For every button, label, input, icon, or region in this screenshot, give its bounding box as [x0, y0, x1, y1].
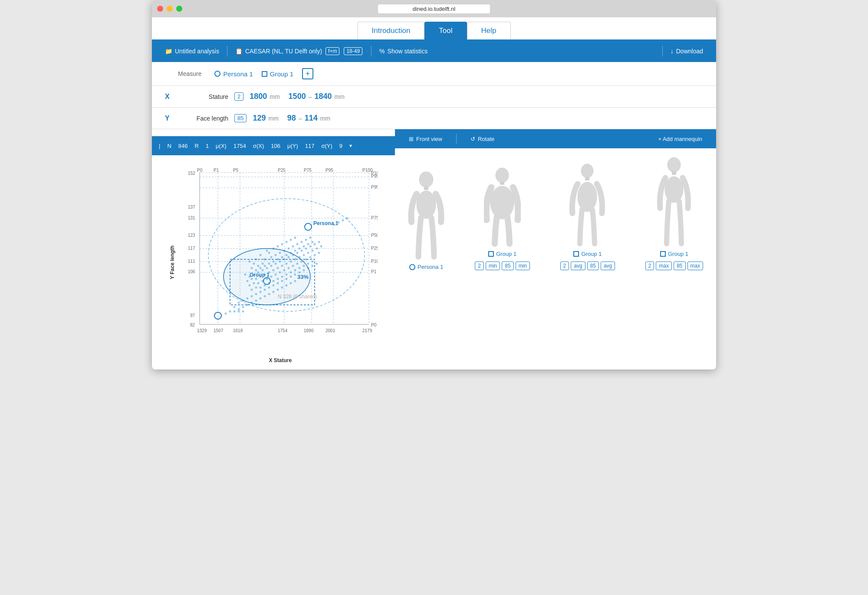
show-statistics-item[interactable]: % Show statistics — [373, 40, 434, 62]
download-item[interactable]: ↓ Download — [664, 40, 709, 62]
group1-square-icon — [262, 71, 267, 77]
stats-label: Show statistics — [388, 48, 428, 55]
group1-avg-fig-square-icon — [573, 251, 579, 257]
badge-max-label: max — [656, 262, 672, 270]
group1-selector[interactable]: Group 1 — [262, 70, 293, 78]
svg-text:P95: P95 — [371, 185, 378, 190]
view-sep-1 — [456, 134, 457, 144]
n-label: N — [167, 143, 171, 149]
badge-85-avg[interactable]: 85 — [587, 262, 599, 270]
stature-percentile-badge[interactable]: 2 — [234, 92, 243, 101]
svg-point-91 — [312, 250, 314, 252]
face-length-percentile-badge[interactable]: 85 — [234, 114, 247, 122]
svg-point-73 — [309, 245, 312, 248]
persona1-selector[interactable]: Persona 1 — [214, 70, 253, 78]
badge-min-label: min — [486, 262, 500, 270]
svg-point-42 — [309, 237, 312, 239]
gender-badge[interactable]: f+m — [326, 47, 339, 55]
badge-avg-label: avg — [571, 262, 585, 270]
add-measure-button[interactable]: + — [302, 68, 313, 79]
svg-point-72 — [305, 248, 307, 250]
svg-point-93 — [320, 245, 322, 248]
svg-point-214 — [496, 168, 509, 183]
front-view-button[interactable]: ⊞ Front view — [402, 136, 449, 142]
data-row-x: X Stature 2 1800 mm 1500 – 1840 mm — [152, 86, 716, 108]
mu-x-label: μ(X) — [216, 143, 227, 149]
close-button[interactable] — [157, 6, 163, 12]
figure-group1-avg: Group 1 2 avg 85 avg — [560, 157, 615, 270]
svg-point-147 — [242, 306, 244, 308]
svg-text:P95: P95 — [326, 168, 333, 173]
svg-point-167 — [342, 219, 344, 222]
badge-2-min[interactable]: 2 — [475, 262, 484, 270]
svg-point-164 — [242, 311, 244, 313]
svg-point-89 — [303, 254, 305, 256]
svg-point-55 — [303, 245, 305, 248]
tab-introduction[interactable]: Introduction — [358, 22, 425, 39]
mu-x-val: 1754 — [233, 143, 246, 149]
badge-85-min[interactable]: 85 — [502, 262, 513, 270]
svg-text:1329: 1329 — [197, 328, 207, 333]
face-length-range-low: 98 — [287, 114, 296, 123]
svg-text:2001: 2001 — [326, 328, 335, 333]
age-badge[interactable]: 18-49 — [344, 47, 362, 55]
front-view-label: Front view — [416, 136, 442, 142]
n-val: 846 — [178, 143, 188, 149]
group1-max-fig-square-icon — [660, 251, 666, 257]
svg-point-23 — [277, 245, 279, 248]
maximize-button[interactable] — [176, 6, 182, 12]
analysis-item[interactable]: 📁 Untitled analysis — [159, 40, 225, 62]
svg-text:P25: P25 — [278, 168, 286, 173]
download-icon: ↓ — [671, 48, 674, 55]
toolbar-sep-2 — [371, 46, 372, 56]
group1-max-fig-label: Group 1 — [668, 251, 688, 257]
tab-tool[interactable]: Tool — [424, 22, 467, 39]
svg-point-109 — [314, 254, 316, 256]
badge-2-max[interactable]: 2 — [645, 262, 654, 270]
svg-text:131: 131 — [188, 216, 195, 220]
group1-label: Group 1 — [270, 70, 293, 78]
svg-text:2179: 2179 — [362, 328, 372, 333]
svg-point-146 — [238, 308, 240, 311]
svg-text:P1: P1 — [371, 269, 377, 274]
url-bar[interactable]: dined.io.tudelft.nl — [378, 4, 490, 14]
persona1-circle-icon — [214, 71, 220, 77]
measure-header: Measure Persona 1 Group 1 + — [152, 62, 716, 86]
figure-group1-avg-svg — [569, 157, 606, 248]
badge-2-avg[interactable]: 2 — [560, 262, 569, 270]
svg-point-70 — [296, 252, 299, 254]
persona1-fig-circle-icon — [409, 264, 415, 270]
sigma-y-label: σ(Y) — [321, 143, 332, 149]
svg-point-144 — [316, 263, 318, 265]
rotate-icon: ↺ — [470, 136, 475, 142]
face-length-unit: mm — [269, 115, 279, 122]
badge-max-label2: max — [687, 262, 704, 270]
stature-range-unit: mm — [335, 93, 345, 100]
svg-point-37 — [288, 248, 290, 250]
tab-help[interactable]: Help — [467, 22, 511, 39]
stats-dropdown-arrow[interactable]: ▾ — [349, 143, 352, 149]
toolbar-sep-3 — [662, 46, 663, 56]
svg-point-41 — [305, 239, 307, 241]
svg-text:1890: 1890 — [304, 328, 314, 333]
figure-group1-max-svg — [656, 157, 693, 248]
sigma-x-val: 106 — [271, 143, 280, 149]
r-label: R — [194, 143, 198, 149]
svg-point-162 — [233, 311, 236, 313]
svg-point-160 — [225, 313, 227, 315]
persona1-label: Persona 1 — [223, 70, 253, 78]
view-toolbar: ⊞ Front view ↺ Rotate + Add mannequin — [395, 129, 716, 148]
stature-label: Stature — [178, 93, 234, 100]
svg-text:P1: P1 — [214, 168, 219, 173]
svg-rect-212 — [424, 186, 428, 190]
svg-point-25 — [286, 241, 288, 243]
svg-point-57 — [312, 241, 314, 243]
svg-rect-215 — [500, 182, 504, 185]
persona1-figure-label: Persona 1 — [409, 264, 443, 270]
badge-85-max[interactable]: 85 — [674, 262, 685, 270]
svg-point-90 — [307, 252, 309, 254]
dataset-item[interactable]: 📋 CAESAR (NL, TU Delft only) f+m 18-49 — [229, 40, 369, 62]
rotate-button[interactable]: ↺ Rotate — [464, 136, 501, 142]
add-mannequin-button[interactable]: + Add mannequin — [651, 136, 709, 142]
minimize-button[interactable] — [167, 6, 173, 12]
